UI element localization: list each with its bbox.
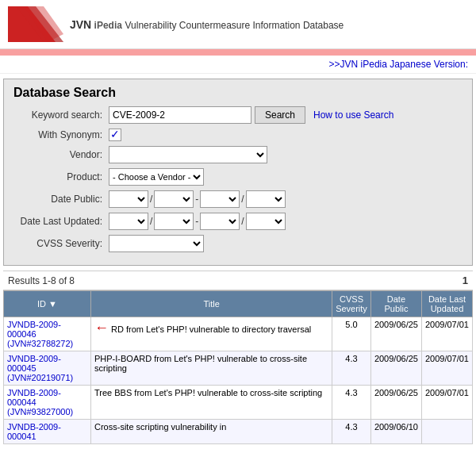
date-pub-to-m[interactable] bbox=[246, 190, 286, 208]
vendor-row: Vendor: bbox=[13, 146, 463, 163]
cell-id: JVNDB-2009-000046(JVN#32788272) bbox=[4, 317, 91, 351]
results-table-wrapper: ID ▼ Title CVSS Severity Date Public Dat… bbox=[3, 290, 473, 444]
date-updated-label: Date Last Updated: bbox=[13, 216, 109, 227]
cell-cvss: 5.0 bbox=[332, 317, 371, 351]
search-panel: Database Search Keyword search: Search H… bbox=[3, 79, 473, 266]
cell-cvss: 4.3 bbox=[332, 351, 371, 386]
date-pub-from-y[interactable] bbox=[109, 190, 148, 208]
date-upd-to-y[interactable] bbox=[200, 213, 240, 230]
search-panel-title: Database Search bbox=[13, 86, 463, 100]
cell-date-upd: 2009/07/01 bbox=[421, 351, 472, 386]
cell-title: Cross-site scripting vulnerability in bbox=[91, 420, 332, 444]
cell-title: ← RD from Let's PHP! vulnerable to direc… bbox=[91, 317, 332, 351]
date-upd-to-m[interactable] bbox=[246, 213, 286, 230]
cell-title: PHP-I-BOARD from Let's PHP! vulnerable t… bbox=[91, 351, 332, 386]
table-header-row: ID ▼ Title CVSS Severity Date Public Dat… bbox=[4, 291, 473, 317]
col-header-date-upd: Date Last Updated bbox=[421, 291, 472, 317]
cell-id: JVNDB-2009-000041 bbox=[4, 420, 91, 444]
product-select[interactable]: - Choose a Vendor - bbox=[109, 168, 204, 186]
table-row: JVNDB-2009-000045(JVN#20219071)PHP-I-BOA… bbox=[4, 351, 473, 386]
date-public-label: Date Public: bbox=[13, 194, 109, 205]
header-brand: JVN iPedia Vulnerability Countermeasure … bbox=[70, 18, 344, 31]
cell-date-pub: 2009/06/10 bbox=[370, 420, 421, 444]
search-button[interactable]: Search bbox=[255, 106, 305, 124]
jp-link[interactable]: >>JVN iPedia Japanese Version: bbox=[329, 59, 468, 70]
keyword-label: Keyword search: bbox=[13, 109, 109, 121]
cell-date-pub: 2009/06/25 bbox=[370, 317, 421, 351]
synonym-checkbox[interactable] bbox=[109, 129, 121, 141]
synonym-row: With Synonym: bbox=[13, 129, 463, 141]
cell-date-upd: 2009/07/01 bbox=[421, 317, 472, 351]
cell-date-upd: 2009/07/01 bbox=[421, 386, 472, 420]
jp-link-bar: >>JVN iPedia Japanese Version: bbox=[0, 56, 476, 74]
id-link-secondary[interactable]: (JVN#93827000) bbox=[7, 407, 87, 416]
product-row: Product: - Choose a Vendor - bbox=[13, 168, 463, 186]
date-public-from: / - / bbox=[109, 190, 286, 208]
table-row: JVNDB-2009-000041Cross-site scripting vu… bbox=[4, 420, 473, 444]
vendor-label: Vendor: bbox=[13, 149, 109, 160]
date-updated-control: / - / bbox=[109, 213, 463, 230]
id-link-secondary[interactable]: (JVN#20219071) bbox=[7, 373, 87, 382]
keyword-input[interactable] bbox=[109, 106, 251, 124]
synonym-label: With Synonym: bbox=[13, 129, 109, 140]
date-pub-to-y[interactable] bbox=[200, 190, 240, 208]
date-upd-from-y[interactable] bbox=[109, 213, 148, 230]
how-to-link[interactable]: How to use Search bbox=[313, 109, 393, 121]
header: JVN iPedia Vulnerability Countermeasure … bbox=[0, 0, 476, 49]
keyword-control: Search How to use Search bbox=[109, 106, 463, 124]
date-public-row: Date Public: / - / bbox=[13, 190, 463, 208]
cvss-row: CVSS Severity: bbox=[13, 235, 463, 252]
vendor-control bbox=[109, 146, 463, 163]
logo-area: JVN iPedia Vulnerability Countermeasure … bbox=[8, 6, 344, 42]
col-header-id[interactable]: ID ▼ bbox=[4, 291, 91, 317]
product-label: Product: bbox=[13, 171, 109, 182]
col-header-title: Title bbox=[91, 291, 332, 317]
cell-date-pub: 2009/06/25 bbox=[370, 386, 421, 420]
cell-id: JVNDB-2009-000044(JVN#93827000) bbox=[4, 386, 91, 420]
id-link-primary[interactable]: JVNDB-2009-000041 bbox=[7, 422, 87, 441]
red-arrow-icon: ← bbox=[94, 320, 109, 336]
cell-date-upd bbox=[421, 420, 472, 444]
cell-id: JVNDB-2009-000045(JVN#20219071) bbox=[4, 351, 91, 386]
id-link-primary[interactable]: JVNDB-2009-000046 bbox=[7, 320, 87, 339]
date-upd-range: / - / bbox=[109, 213, 286, 230]
cell-cvss: 4.3 bbox=[332, 386, 371, 420]
cvss-select[interactable] bbox=[109, 235, 204, 252]
keyword-row: Keyword search: Search How to use Search bbox=[13, 106, 463, 124]
table-row: JVNDB-2009-000046(JVN#32788272)← RD from… bbox=[4, 317, 473, 351]
cell-title: Tree BBS from Let's PHP! vulnerable to c… bbox=[91, 386, 332, 420]
id-link-primary[interactable]: JVNDB-2009-000044 bbox=[7, 388, 87, 407]
cell-cvss: 4.3 bbox=[332, 420, 371, 444]
date-updated-row: Date Last Updated: / - / bbox=[13, 213, 463, 230]
product-control: - Choose a Vendor - bbox=[109, 168, 463, 186]
cvss-label: CVSS Severity: bbox=[13, 238, 109, 249]
results-table: ID ▼ Title CVSS Severity Date Public Dat… bbox=[3, 290, 473, 444]
date-upd-from-m[interactable] bbox=[154, 213, 194, 230]
pink-bar bbox=[0, 49, 476, 56]
cell-date-pub: 2009/06/25 bbox=[370, 351, 421, 386]
synonym-control bbox=[109, 129, 463, 141]
table-row: JVNDB-2009-000044(JVN#93827000)Tree BBS … bbox=[4, 386, 473, 420]
date-pub-from-m[interactable] bbox=[154, 190, 194, 208]
results-summary: Results 1-8 of 8 bbox=[8, 275, 75, 286]
vendor-select[interactable] bbox=[109, 146, 267, 163]
id-link-secondary[interactable]: (JVN#32788272) bbox=[7, 339, 87, 348]
col-header-date-pub: Date Public bbox=[370, 291, 421, 317]
id-link-primary[interactable]: JVNDB-2009-000045 bbox=[7, 354, 87, 373]
results-bar: Results 1-8 of 8 1 bbox=[3, 271, 473, 290]
results-page: 1 bbox=[463, 274, 468, 286]
col-header-cvss: CVSS Severity bbox=[332, 291, 371, 317]
cvss-control bbox=[109, 235, 463, 252]
jvn-logo bbox=[8, 6, 63, 42]
date-public-control: / - / bbox=[109, 190, 463, 208]
